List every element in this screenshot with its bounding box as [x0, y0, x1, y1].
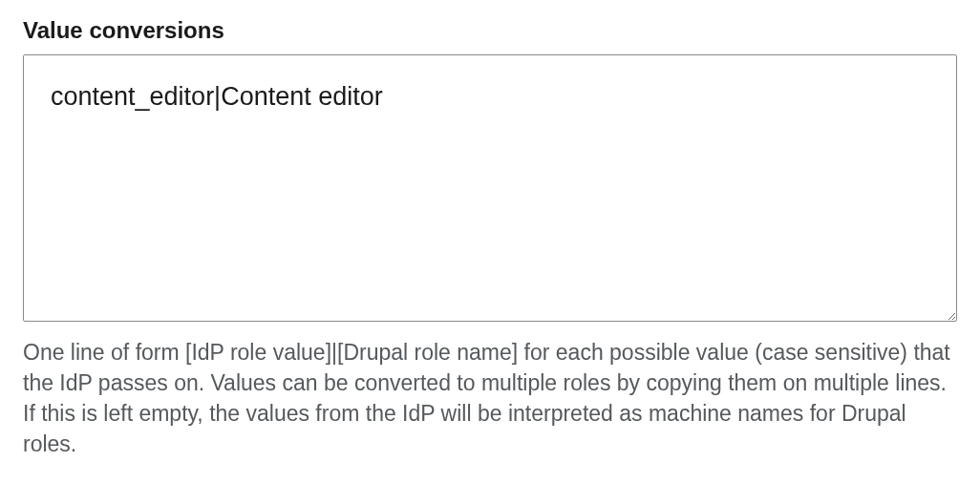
value-conversions-label: Value conversions	[23, 17, 957, 45]
value-conversions-description: One line of form [IdP role value]|[Drupa…	[23, 337, 957, 460]
value-conversions-field-wrapper: Value conversions One line of form [IdP …	[23, 17, 957, 460]
value-conversions-textarea[interactable]	[23, 54, 957, 322]
